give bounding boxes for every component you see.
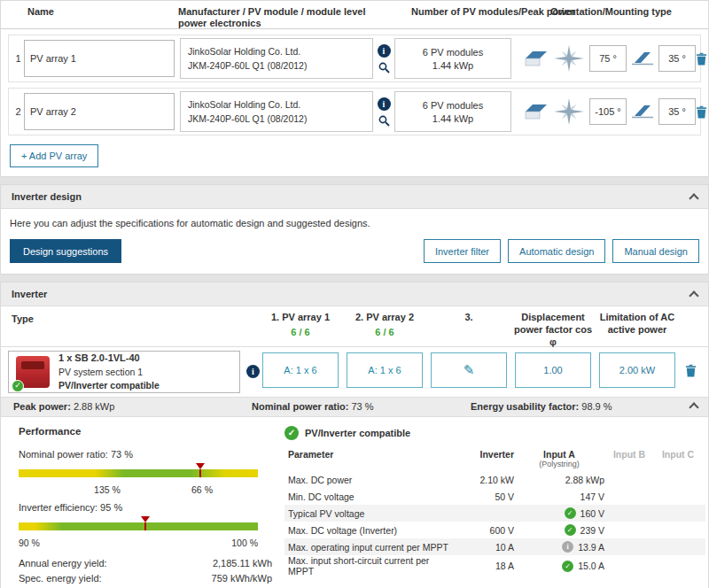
inverter-table-header: Type 1. PV array 1 6 / 6 2. PV array 2 6… — [1, 306, 708, 347]
pv-array-row: 2 JinkoSolar Holding Co. Ltd. JKM-240P-6… — [8, 88, 701, 135]
pv-array-name-input[interactable] — [24, 40, 175, 77]
section-description: Here you can adjust the specifications f… — [10, 218, 699, 228]
pv-array-row: 1 JinkoSolar Holding Co. Ltd. JKM-240P-6… — [8, 35, 701, 82]
inverter-row: ✓ 1 x SB 2.0-1VL-40 PV system section 1 … — [1, 347, 708, 397]
peak-power-summary: Peak power: 2.88 kWp — [13, 401, 114, 412]
module-info-box: JinkoSolar Holding Co. Ltd. JKM-240P-60L… — [180, 91, 373, 132]
delete-icon[interactable] — [685, 364, 697, 379]
inverter-design-body: Here you can adjust the specifications f… — [1, 209, 708, 274]
input-a-header: Input A(Polystring) — [514, 449, 604, 468]
module-name: JKM-240P-60L Q1 (08/2012) — [188, 112, 365, 126]
nominal-power-ratio-gauge — [19, 462, 258, 484]
inverter-filter-button[interactable]: Inverter filter — [424, 239, 501, 263]
info-icon[interactable]: i — [246, 365, 260, 378]
check-icon: ✓ — [565, 524, 576, 536]
azimuth-field[interactable]: -105 ° — [589, 98, 627, 125]
inverter-summary-bar: Peak power: 2.88 kWp Nominal power ratio… — [1, 397, 708, 417]
cos-phi-field[interactable]: 1.00 — [515, 352, 591, 388]
module-actions: i — [375, 44, 393, 74]
info-icon[interactable]: i — [562, 541, 573, 553]
delete-icon[interactable] — [696, 52, 707, 66]
column-header-type: Type — [12, 313, 34, 326]
gauge-marker-icon — [196, 463, 205, 469]
stat-row: Spec. energy yield:759 kWh/kWp — [19, 570, 272, 585]
add-pv-array-button[interactable]: + Add PV array — [10, 144, 98, 167]
check-icon: ✓ — [284, 426, 299, 440]
compat-row: Typical PV voltage ✓160 V — [284, 505, 705, 522]
collapse-chevron-icon[interactable] — [689, 193, 698, 203]
manual-design-button[interactable]: Manual design — [612, 239, 699, 263]
peak-power: 1.44 kWp — [432, 60, 473, 71]
gauge-bar — [19, 522, 258, 530]
check-icon: ✓ — [562, 561, 573, 572]
pv-arrays-section: Name Manufacturer / PV module / module l… — [0, 0, 709, 177]
pv-system-section: PV system section 1 — [58, 366, 160, 379]
gauge-bar — [19, 469, 258, 477]
gauge-marker-tick — [199, 469, 201, 477]
module-count-box: 6 PV modules 1.44 kWp — [394, 38, 511, 79]
design-suggestions-button[interactable]: Design suggestions — [10, 239, 121, 263]
tilt-field[interactable]: 35 ° — [658, 45, 696, 72]
compatibility-status: PV/Inverter compatible — [58, 379, 160, 392]
performance-title: Performance — [19, 426, 274, 437]
pv-array-name-input[interactable] — [24, 93, 175, 130]
manufacturer-name: JinkoSolar Holding Co. Ltd. — [188, 97, 365, 112]
module-count-box: 6 PV modules 1.44 kWp — [394, 91, 511, 132]
inverter-design-header: Inverter design — [1, 185, 708, 209]
column-header-ac-limit: Limitation of AC active power — [595, 312, 680, 337]
inverter-device-text: 1 x SB 2.0-1VL-40 PV system section 1 PV… — [58, 352, 160, 392]
array2-assignment-field[interactable]: A: 1 x 6 — [347, 352, 423, 388]
delete-icon[interactable] — [696, 105, 707, 119]
compat-row: Min. DC voltage 50 V 147 V — [284, 488, 705, 505]
tilt-field[interactable]: 35 ° — [658, 98, 696, 125]
module-count: 6 PV modules — [423, 100, 483, 111]
column-header-3: 3. — [431, 312, 507, 324]
ac-limit-field[interactable]: 2.00 kW — [599, 352, 675, 388]
compat-row: Max. input short-circuit current per MPP… — [284, 555, 705, 576]
module-name: JKM-240P-60L Q1 (08/2012) — [188, 58, 365, 73]
nominal-gauge-ticks: 135 % 66 % — [19, 484, 258, 497]
input-a-value: 147 V — [514, 491, 604, 502]
peak-power: 1.44 kWp — [432, 113, 473, 124]
collapse-chevron-icon[interactable] — [689, 290, 698, 300]
array1-assignment-field[interactable]: A: 1 x 6 — [262, 352, 339, 388]
compatibility-title: ✓ PV/Inverter compatible — [284, 426, 705, 440]
module-actions: i — [375, 97, 393, 127]
compat-table-rows: Max. DC power 2.10 kW 2.88 kWp Min. DC v… — [284, 471, 705, 576]
inverter-model: 1 x SB 2.0-1VL-40 — [58, 352, 160, 366]
section-title: Inverter — [12, 289, 47, 299]
inverter-details: Performance Nominal power ratio: 73 % 13… — [1, 417, 708, 588]
array1-assigned-count: 6 / 6 — [262, 327, 339, 339]
manufacturer-name: JinkoSolar Holding Co. Ltd. — [188, 44, 365, 58]
pv-arrays-table-header: Name Manufacturer / PV module / module l… — [1, 1, 708, 29]
inverter-device-screen — [21, 361, 44, 369]
search-icon[interactable] — [378, 115, 390, 127]
module-info-box: JinkoSolar Holding Co. Ltd. JKM-240P-60L… — [180, 38, 373, 79]
compat-row: Max. operating input current per MPPT 10… — [284, 538, 705, 555]
gauge-marker-icon — [141, 516, 150, 522]
section-title: Inverter design — [12, 191, 82, 202]
compat-row: Max. DC voltage (Inverter) 600 V ✓239 V — [284, 522, 705, 538]
edit-assignment-button[interactable]: ✎ — [431, 352, 507, 388]
column-header-orientation: Orientation/Mounting type — [550, 6, 672, 17]
azimuth-field[interactable]: 75 ° — [589, 45, 627, 72]
info-icon[interactable]: i — [378, 97, 391, 111]
row-index: 2 — [12, 106, 24, 117]
check-icon: ✓ — [565, 507, 576, 519]
column-header-manufacturer: Manufacturer / PV module / module level … — [178, 6, 386, 29]
info-icon[interactable]: i — [378, 44, 391, 58]
compat-table-header: Parameter Inverter Input A(Polystring) I… — [284, 449, 705, 468]
gauge-marker-tick — [144, 522, 146, 530]
automatic-design-button[interactable]: Automatic design — [508, 239, 605, 263]
inverter-efficiency-gauge — [19, 515, 258, 537]
roof-mount-icon — [524, 50, 549, 67]
pencil-icon: ✎ — [464, 362, 475, 378]
collapse-chevron-icon[interactable] — [689, 402, 698, 412]
search-icon[interactable] — [378, 62, 390, 74]
inverter-device-box[interactable]: ✓ 1 x SB 2.0-1VL-40 PV system section 1 … — [8, 351, 240, 393]
nominal-power-ratio-summary: Nominal power ratio: 73 % — [252, 401, 374, 412]
compatibility-panel: ✓ PV/Inverter compatible Parameter Inver… — [274, 426, 709, 588]
stat-row: Annual energy yield:2,185.11 kWh — [19, 555, 272, 570]
orientation-group: 75 ° 35 ° — [524, 45, 696, 72]
tilt-icon — [632, 104, 653, 120]
